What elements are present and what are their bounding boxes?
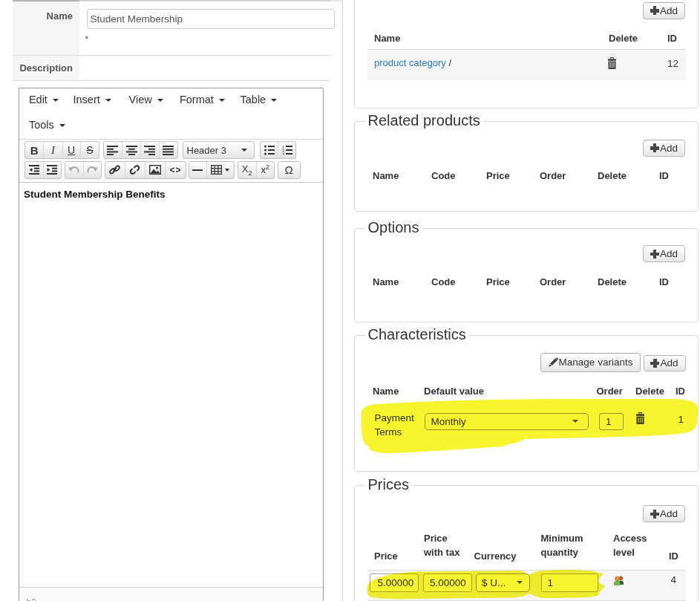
svg-text:3: 3 <box>282 152 284 156</box>
